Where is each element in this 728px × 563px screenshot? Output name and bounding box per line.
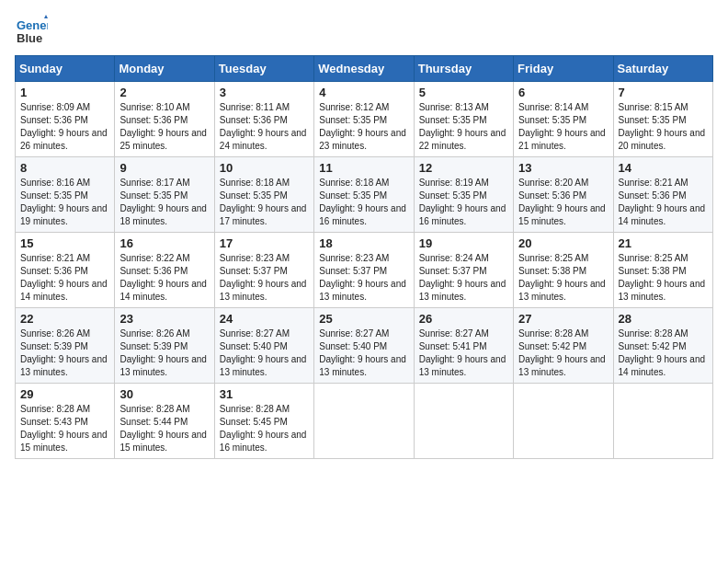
sunrise-text: Sunrise: 8:17 AM [119,178,189,188]
cell-info: Sunrise: 8:28 AM Sunset: 5:43 PM Dayligh… [20,403,109,454]
calendar-cell: 7 Sunrise: 8:15 AM Sunset: 5:35 PM Dayli… [613,82,712,157]
cell-info: Sunrise: 8:27 AM Sunset: 5:41 PM Dayligh… [419,327,508,379]
cell-info: Sunrise: 8:27 AM Sunset: 5:40 PM Dayligh… [319,327,408,379]
day-number: 20 [518,236,608,250]
calendar-cell: 19 Sunrise: 8:24 AM Sunset: 5:37 PM Dayl… [414,233,513,308]
cell-info: Sunrise: 8:17 AM Sunset: 5:35 PM Dayligh… [119,177,209,228]
cell-info: Sunrise: 8:19 AM Sunset: 5:35 PM Dayligh… [419,177,508,228]
daylight-text: Daylight: 9 hours and 13 minutes. [220,279,307,302]
cell-info: Sunrise: 8:28 AM Sunset: 5:44 PM Dayligh… [119,403,209,454]
cell-info: Sunrise: 8:09 AM Sunset: 5:36 PM Dayligh… [20,101,109,153]
sunrise-text: Sunrise: 8:24 AM [419,253,489,263]
daylight-text: Daylight: 9 hours and 13 minutes. [419,354,506,377]
daylight-text: Daylight: 9 hours and 14 minutes. [619,354,706,377]
daylight-text: Daylight: 9 hours and 13 minutes. [518,279,606,302]
sunset-text: Sunset: 5:35 PM [619,115,687,125]
week-row-5: 29 Sunrise: 8:28 AM Sunset: 5:43 PM Dayl… [16,384,713,459]
daylight-text: Daylight: 9 hours and 13 minutes. [20,354,108,377]
daylight-text: Daylight: 9 hours and 20 minutes. [619,128,706,151]
day-number: 19 [419,236,508,250]
cell-info: Sunrise: 8:28 AM Sunset: 5:42 PM Dayligh… [619,327,708,379]
cell-info: Sunrise: 8:26 AM Sunset: 5:39 PM Dayligh… [20,327,109,379]
cell-info: Sunrise: 8:13 AM Sunset: 5:35 PM Dayligh… [419,101,508,153]
calendar-cell: 26 Sunrise: 8:27 AM Sunset: 5:41 PM Dayl… [414,308,513,384]
sunrise-text: Sunrise: 8:11 AM [220,102,290,112]
day-number: 18 [319,236,408,250]
logo: General Blue [15,15,48,48]
sunrise-text: Sunrise: 8:23 AM [220,253,290,263]
cell-info: Sunrise: 8:21 AM Sunset: 5:36 PM Dayligh… [20,252,109,304]
sunset-text: Sunset: 5:37 PM [220,266,288,276]
sunset-text: Sunset: 5:35 PM [319,190,387,201]
daylight-text: Daylight: 9 hours and 19 minutes. [20,203,108,226]
sunrise-text: Sunrise: 8:23 AM [319,253,389,263]
daylight-text: Daylight: 9 hours and 13 minutes. [220,354,307,377]
calendar-cell: 23 Sunrise: 8:26 AM Sunset: 5:39 PM Dayl… [115,308,214,384]
svg-text:Blue: Blue [17,31,42,45]
daylight-text: Daylight: 9 hours and 15 minutes. [119,430,207,453]
calendar-table: SundayMondayTuesdayWednesdayThursdayFrid… [15,55,713,459]
weekday-header-sunday: Sunday [16,56,115,82]
sunset-text: Sunset: 5:42 PM [518,341,586,351]
daylight-text: Daylight: 9 hours and 21 minutes. [518,128,606,151]
cell-info: Sunrise: 8:20 AM Sunset: 5:36 PM Dayligh… [518,177,608,228]
cell-info: Sunrise: 8:16 AM Sunset: 5:35 PM Dayligh… [20,177,109,228]
sunrise-text: Sunrise: 8:12 AM [319,102,389,112]
day-number: 23 [119,312,209,326]
weekday-header-monday: Monday [115,56,214,82]
calendar-cell: 11 Sunrise: 8:18 AM Sunset: 5:35 PM Dayl… [314,157,414,233]
weekday-header-thursday: Thursday [414,56,513,82]
daylight-text: Daylight: 9 hours and 26 minutes. [20,128,108,151]
daylight-text: Daylight: 9 hours and 14 minutes. [119,279,207,302]
cell-info: Sunrise: 8:14 AM Sunset: 5:35 PM Dayligh… [518,101,608,153]
sunset-text: Sunset: 5:35 PM [119,190,188,201]
page-header: General Blue [15,15,713,48]
calendar-cell: 27 Sunrise: 8:28 AM Sunset: 5:42 PM Dayl… [514,308,613,384]
calendar-cell: 12 Sunrise: 8:19 AM Sunset: 5:35 PM Dayl… [414,157,513,233]
daylight-text: Daylight: 9 hours and 14 minutes. [20,279,108,302]
daylight-text: Daylight: 9 hours and 16 minutes. [220,430,307,453]
day-number: 12 [419,161,508,175]
sunset-text: Sunset: 5:36 PM [220,115,288,125]
day-number: 2 [119,86,209,99]
cell-info: Sunrise: 8:25 AM Sunset: 5:38 PM Dayligh… [619,252,708,304]
sunset-text: Sunset: 5:40 PM [220,341,288,351]
svg-text:General: General [17,18,48,32]
day-number: 3 [220,86,309,99]
sunrise-text: Sunrise: 8:28 AM [518,328,588,339]
daylight-text: Daylight: 9 hours and 13 minutes. [419,279,506,302]
sunrise-text: Sunrise: 8:27 AM [419,328,489,339]
sunrise-text: Sunrise: 8:28 AM [220,404,290,414]
daylight-text: Daylight: 9 hours and 17 minutes. [220,203,307,226]
sunset-text: Sunset: 5:39 PM [20,341,88,351]
calendar-cell: 15 Sunrise: 8:21 AM Sunset: 5:36 PM Dayl… [16,233,115,308]
sunrise-text: Sunrise: 8:09 AM [20,102,90,112]
day-number: 21 [619,236,708,250]
sunrise-text: Sunrise: 8:25 AM [619,253,688,263]
day-number: 24 [220,312,309,326]
weekday-header-friday: Friday [514,56,613,82]
cell-info: Sunrise: 8:25 AM Sunset: 5:38 PM Dayligh… [518,252,608,304]
day-number: 7 [619,86,708,99]
calendar-cell: 30 Sunrise: 8:28 AM Sunset: 5:44 PM Dayl… [115,384,214,459]
cell-info: Sunrise: 8:23 AM Sunset: 5:37 PM Dayligh… [319,252,408,304]
daylight-text: Daylight: 9 hours and 24 minutes. [220,128,307,151]
calendar-cell [613,384,712,459]
day-number: 9 [119,161,209,175]
sunset-text: Sunset: 5:35 PM [319,115,387,125]
sunset-text: Sunset: 5:45 PM [220,417,288,427]
daylight-text: Daylight: 9 hours and 15 minutes. [20,430,108,453]
sunset-text: Sunset: 5:44 PM [119,417,188,427]
day-number: 8 [20,161,109,175]
day-number: 14 [619,161,708,175]
cell-info: Sunrise: 8:18 AM Sunset: 5:35 PM Dayligh… [220,177,309,228]
day-number: 5 [419,86,508,99]
sunrise-text: Sunrise: 8:15 AM [619,102,688,112]
calendar-cell: 5 Sunrise: 8:13 AM Sunset: 5:35 PM Dayli… [414,82,513,157]
weekday-header-wednesday: Wednesday [314,56,414,82]
day-number: 17 [220,236,309,250]
sunrise-text: Sunrise: 8:22 AM [119,253,189,263]
cell-info: Sunrise: 8:28 AM Sunset: 5:45 PM Dayligh… [220,403,309,454]
sunrise-text: Sunrise: 8:13 AM [419,102,489,112]
cell-info: Sunrise: 8:18 AM Sunset: 5:35 PM Dayligh… [319,177,408,228]
